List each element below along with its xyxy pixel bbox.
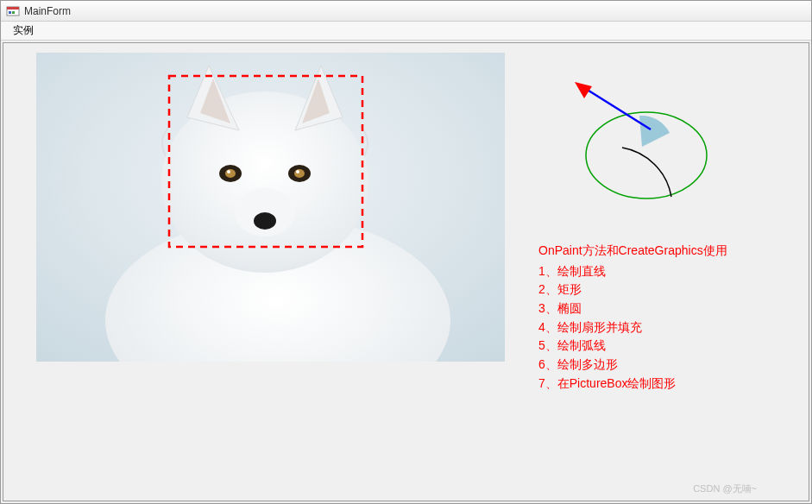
svg-rect-1 xyxy=(7,7,19,9)
svg-rect-2 xyxy=(9,11,11,14)
text-line-4: 4、绘制扇形并填充 xyxy=(538,318,727,337)
graphics-canvas xyxy=(538,60,763,216)
picture-box xyxy=(36,53,505,362)
client-area: OnPaint方法和CreateGraphics使用 1、绘制直线 2、矩形 3… xyxy=(3,42,809,501)
text-line-3: 3、椭圆 xyxy=(538,299,727,318)
main-window: MainForm 实例 xyxy=(0,0,812,504)
app-icon xyxy=(6,4,20,18)
title-bar[interactable]: MainForm xyxy=(1,1,811,22)
text-line-7: 7、在PictureBox绘制图形 xyxy=(538,375,727,394)
svg-rect-15 xyxy=(169,76,362,247)
menu-bar: 实例 xyxy=(1,22,811,41)
instruction-text: OnPaint方法和CreateGraphics使用 1、绘制直线 2、矩形 3… xyxy=(538,242,727,394)
arrow-line xyxy=(586,89,651,129)
svg-rect-3 xyxy=(12,11,15,14)
text-line-6: 6、绘制多边形 xyxy=(538,356,727,375)
menu-item-label: 实例 xyxy=(13,24,34,36)
menu-item-shili[interactable]: 实例 xyxy=(6,22,41,40)
text-title: OnPaint方法和CreateGraphics使用 xyxy=(538,242,727,261)
dashed-rectangle xyxy=(167,74,364,249)
arrow-head xyxy=(575,82,592,98)
watermark: CSDN @无喃~ xyxy=(693,482,757,495)
text-line-5: 5、绘制弧线 xyxy=(538,337,727,356)
arc-shape xyxy=(622,148,671,197)
pie-shape xyxy=(639,116,670,147)
text-line-1: 1、绘制直线 xyxy=(538,262,727,281)
window-title: MainForm xyxy=(24,5,71,17)
text-line-2: 2、矩形 xyxy=(538,280,727,299)
